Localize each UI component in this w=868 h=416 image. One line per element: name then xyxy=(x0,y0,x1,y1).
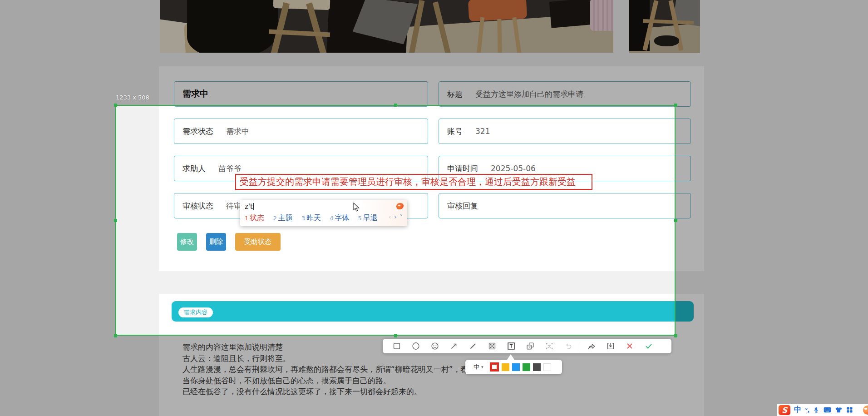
dim-overlay-left xyxy=(0,105,115,336)
selection-handle-se[interactable] xyxy=(674,334,677,337)
ime-expand-icon[interactable]: ˅ xyxy=(400,213,403,220)
red-annotation-box[interactable]: 受益方提交的需求申请需要管理员进行审核，审核是否合理，通过后受益方跟新受益 xyxy=(235,174,592,190)
ime-mode-chinese-icon[interactable]: 中 xyxy=(794,405,801,415)
snip-toolbar: 文 文 xyxy=(383,339,671,353)
ocr-tool-icon[interactable]: 文 xyxy=(540,339,559,353)
font-size-dropdown[interactable]: 中 ▾ xyxy=(473,363,483,371)
color-swatch-white[interactable] xyxy=(543,363,551,371)
selection-size-label: 1233 x 508 xyxy=(116,94,149,101)
selection-handle-n[interactable] xyxy=(394,104,397,107)
emoji-tool-icon[interactable] xyxy=(425,339,444,353)
arrow-tool-icon[interactable] xyxy=(444,339,464,353)
color-swatch-yellow[interactable] xyxy=(502,363,509,371)
soft-keyboard-icon[interactable] xyxy=(824,406,831,413)
ime-candidate[interactable]: 1状态 xyxy=(245,213,264,222)
dim-overlay-top xyxy=(0,0,868,105)
pin-tool-icon[interactable]: 文 xyxy=(521,339,540,353)
ime-next-page-icon[interactable]: › xyxy=(394,213,396,220)
ime-punctuation-icon[interactable]: °, xyxy=(805,406,809,413)
ellipse-tool-icon[interactable] xyxy=(406,339,425,353)
svg-text:文: 文 xyxy=(547,344,551,348)
selection-handle-sw[interactable] xyxy=(114,334,117,337)
color-popup-notch xyxy=(507,354,514,360)
dim-overlay-right xyxy=(676,105,868,336)
microphone-icon[interactable] xyxy=(813,406,820,414)
sogou-ime-taskbar: S 中 °, xyxy=(777,404,868,416)
sogou-logo-icon[interactable]: S xyxy=(779,405,790,415)
ime-popup: z't 1状态 2主题 3昨天 4字体 5早退 ‹›˅ xyxy=(240,200,407,226)
ime-composition: z't xyxy=(245,203,254,211)
color-swatch-blue[interactable] xyxy=(512,363,520,371)
mouse-cursor xyxy=(353,203,360,214)
ime-candidate[interactable]: 4字体 xyxy=(330,213,349,222)
ime-candidate[interactable]: 2主题 xyxy=(273,213,292,222)
selection-handle-ne[interactable] xyxy=(674,104,677,107)
ime-candidate[interactable]: 3昨天 xyxy=(301,213,321,222)
svg-text:文: 文 xyxy=(528,346,531,349)
share-icon[interactable] xyxy=(582,339,601,353)
selection-handle-w[interactable] xyxy=(114,219,117,222)
text-tool-icon[interactable] xyxy=(502,339,521,353)
ime-caret xyxy=(253,203,254,210)
sogou-ime-logo-icon xyxy=(396,203,404,209)
toolbar-divider xyxy=(580,342,580,350)
color-swatch-red[interactable] xyxy=(490,362,499,371)
ime-prev-page-icon[interactable]: ‹ xyxy=(389,213,391,220)
save-download-icon[interactable] xyxy=(601,339,620,353)
text-style-bar: 中 ▾ xyxy=(465,360,562,374)
confirm-icon[interactable] xyxy=(639,339,658,353)
ime-paging: ‹›˅ xyxy=(389,213,403,220)
selection-handle-nw[interactable] xyxy=(114,104,117,107)
pen-tool-icon[interactable] xyxy=(464,339,483,353)
rectangle-tool-icon[interactable] xyxy=(387,339,406,353)
selection-handle-e[interactable] xyxy=(674,219,677,222)
undo-icon[interactable] xyxy=(559,339,578,353)
color-swatch-green[interactable] xyxy=(523,363,530,371)
ime-candidate[interactable]: 5早退 xyxy=(358,213,378,222)
screen: { "colors": { "selection_green": "#2eb14… xyxy=(0,0,868,416)
ime-candidate-list: 1状态 2主题 3昨天 4字体 5早退 xyxy=(245,213,384,223)
font-size-value: 中 xyxy=(473,363,479,371)
color-swatch-dark[interactable] xyxy=(533,363,541,371)
sogou-smiley-icon[interactable] xyxy=(863,406,868,415)
skin-shirt-icon[interactable] xyxy=(835,406,843,413)
mosaic-tool-icon[interactable] xyxy=(483,339,502,353)
chevron-down-icon: ▾ xyxy=(481,365,483,369)
cancel-icon[interactable] xyxy=(620,339,639,353)
toolbox-grid-icon[interactable] xyxy=(846,406,853,413)
selection-handle-s[interactable] xyxy=(394,334,397,337)
